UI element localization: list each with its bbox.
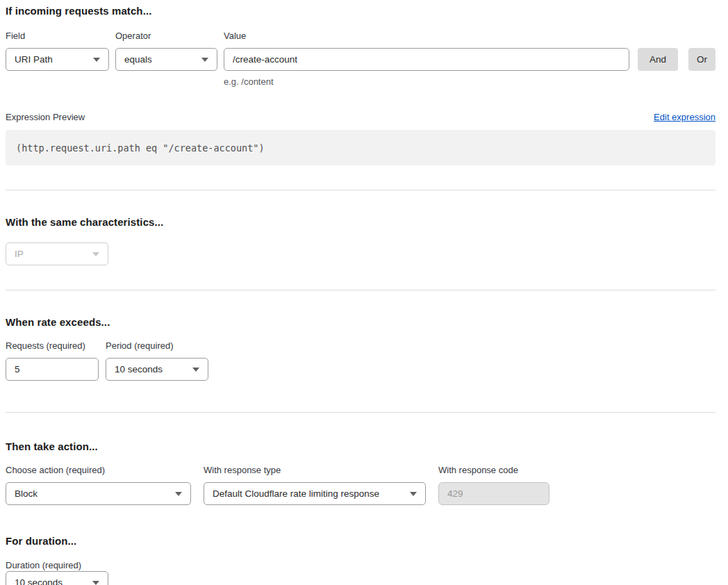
operator-select-value: equals [124,54,152,65]
field-column: Field URI Path [6,31,109,71]
action-select[interactable]: Block [6,482,191,505]
section-divider [6,412,715,413]
and-button[interactable]: And [638,48,678,71]
expression-preview-code: (http.request.uri.path eq "/create-accou… [6,130,715,165]
chevron-down-icon [93,58,100,62]
section-title-match: If incoming requests match... [6,5,715,17]
field-label: Field [6,31,109,42]
chevron-down-icon [410,492,417,496]
period-select-value: 10 seconds [115,364,163,374]
chevron-down-icon [92,252,99,256]
section-divider [6,190,715,190]
rate-controls-row: Requests (required) Period (required) 10… [6,340,715,381]
response-code-column: With response code [438,465,549,505]
section-rate-exceeds: When rate exceeds... Requests (required)… [6,316,715,381]
section-divider [6,290,715,290]
characteristic-select: IP [6,242,108,265]
or-button[interactable]: Or [688,48,715,71]
expression-preview-block: Expression Preview Edit expression (http… [6,112,715,165]
edit-expression-link[interactable]: Edit expression [654,112,715,122]
section-take-action: Then take action... Choose action (requi… [6,440,715,505]
field-select[interactable]: URI Path [6,48,109,71]
operator-label: Operator [115,31,217,42]
choose-action-column: Choose action (required) Block [6,465,191,505]
section-for-duration: For duration... Duration (required) 10 s… [6,535,715,585]
section-incoming-requests-match: If incoming requests match... Field URI … [6,5,715,165]
response-type-select-value: Default Cloudflare rate limiting respons… [213,488,379,499]
requests-column: Requests (required) [6,340,99,381]
match-controls-row: Field URI Path Operator equals Value e.g… [6,31,715,87]
chevron-down-icon [201,58,208,62]
chevron-down-icon [92,581,99,585]
chevron-down-icon [175,492,182,496]
duration-label: Duration (required) [6,560,81,570]
response-type-column: With response type Default Cloudflare ra… [204,465,426,505]
value-input[interactable] [224,48,629,71]
requests-input[interactable] [6,358,99,381]
value-label: Value [224,31,629,42]
duration-select-value: 10 seconds [15,577,63,585]
choose-action-label: Choose action (required) [6,465,191,476]
action-controls-row: Choose action (required) Block With resp… [6,465,715,505]
operator-column: Operator equals [115,31,217,71]
period-select[interactable]: 10 seconds [106,358,208,381]
section-same-characteristics: With the same characteristics... IP [6,216,715,265]
expression-preview-label: Expression Preview [6,112,85,122]
response-code-label: With response code [438,465,549,476]
value-column: Value e.g. /content [224,31,629,87]
expression-preview-header: Expression Preview Edit expression [6,112,715,122]
characteristic-select-value: IP [15,249,24,259]
section-title-action: Then take action... [6,440,715,452]
rate-limiting-rule-form: If incoming requests match... Field URI … [0,0,728,585]
period-column: Period (required) 10 seconds [106,340,208,381]
period-label: Period (required) [106,340,208,352]
value-helper-text: e.g. /content [224,76,629,87]
response-type-select[interactable]: Default Cloudflare rate limiting respons… [204,482,426,505]
requests-label: Requests (required) [6,340,99,352]
operator-select[interactable]: equals [115,48,217,71]
response-type-label: With response type [204,465,426,476]
section-title-rate: When rate exceeds... [6,316,715,328]
section-title-duration: For duration... [6,535,715,547]
field-select-value: URI Path [15,54,53,65]
action-select-value: Block [15,488,38,499]
duration-select[interactable]: 10 seconds [6,571,108,585]
condition-buttons: And Or [638,31,715,71]
chevron-down-icon [192,368,199,372]
section-title-characteristics: With the same characteristics... [6,216,715,228]
response-code-input [438,482,549,505]
